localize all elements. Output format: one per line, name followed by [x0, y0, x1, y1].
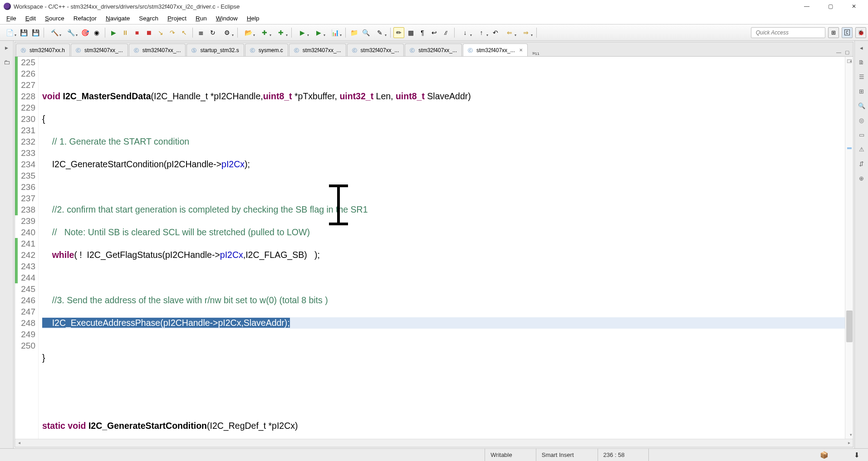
debug-pause-button[interactable]: ⏸ [120, 27, 131, 38]
quick-access-input[interactable]: Quick Access [751, 27, 825, 38]
code-line[interactable] [42, 181, 845, 193]
code-line-current[interactable]: I2C_ExecuteAddressPhase(pI2CHandle->pI2C… [42, 317, 845, 329]
tab-stm32f407xx-h[interactable]: ⓗstm32f407xx.h [16, 44, 70, 56]
project-explorer-icon[interactable]: 🗀 [3, 58, 11, 66]
menu-navigate[interactable]: Navigate [101, 13, 134, 24]
menu-edit[interactable]: Edit [21, 13, 40, 24]
toggle-block-button[interactable]: ▦ [405, 27, 416, 38]
step-into-button[interactable]: ↘ [155, 27, 166, 38]
menu-refactor[interactable]: Refactor [69, 13, 101, 24]
scroll-right-arrow[interactable]: ▸ [845, 440, 853, 446]
restore-view-icon[interactable]: ▸ [3, 44, 11, 52]
toggle-breadcrumb-button[interactable]: ⫽ [441, 27, 451, 38]
menu-file[interactable]: File [2, 13, 21, 24]
toggle-word-wrap-button[interactable]: ↩ [429, 27, 440, 38]
search-view-icon[interactable]: 🔍 [858, 102, 866, 110]
debug-disconnect-button[interactable]: ⏹ [143, 27, 154, 38]
restore-right-icon[interactable]: ◂ [858, 44, 866, 52]
restart-button[interactable]: ↻ [207, 27, 218, 38]
debug-stop-button[interactable]: ■ [132, 27, 142, 38]
step-return-button[interactable]: ↖ [179, 27, 190, 38]
tab-sysmem-c[interactable]: ⓒsysmem.c [245, 44, 288, 56]
include-browser-icon[interactable]: ⊕ [858, 174, 866, 182]
code-line[interactable] [42, 375, 845, 386]
code-line[interactable]: // 1. Generate the START condition [42, 136, 845, 147]
forward-button[interactable]: ⇒ [518, 27, 534, 38]
cpp-perspective-button[interactable]: 🄲 [842, 27, 853, 38]
build-target-button[interactable]: 🎯 [79, 27, 90, 38]
new-class-button[interactable]: ✚ [257, 27, 272, 38]
last-edit-button[interactable]: ↶ [490, 27, 501, 38]
status-build-icon[interactable]: 📦 [816, 451, 832, 459]
instruction-step-button[interactable]: ≣ [196, 27, 206, 38]
menu-window[interactable]: Window [211, 13, 242, 24]
scroll-up-arrow[interactable]: ▴ [850, 58, 852, 63]
new-package-button[interactable]: ✚ [273, 27, 289, 38]
profile-button[interactable]: 📊 [327, 27, 343, 38]
menu-search[interactable]: Search [134, 13, 163, 24]
show-whitespace-button[interactable]: ¶ [417, 27, 428, 38]
minimize-button[interactable]: — [796, 1, 817, 12]
tab-stm32f407xx-1[interactable]: ⓒstm32f407xx_... [71, 44, 128, 56]
tab-stm32f407xx-2[interactable]: ⓒstm32f407xx_... [129, 44, 186, 56]
menu-help[interactable]: Help [242, 13, 264, 24]
open-perspective-button[interactable]: ⊞ [828, 27, 839, 38]
step-over-button[interactable]: ↷ [167, 27, 178, 38]
scroll-left-arrow[interactable]: ◂ [15, 440, 23, 446]
annotation-button[interactable]: ✎ [372, 27, 387, 38]
code-line[interactable]: { [42, 113, 845, 125]
tab-startup-stm32[interactable]: Ⓢstartup_stm32.s [186, 44, 244, 56]
code-line[interactable]: //2. confirm that start generation is co… [42, 204, 845, 215]
overview-ruler[interactable]: ▴ ▾ [845, 57, 853, 439]
code-line[interactable]: // Note: Until SB is cleared SCL will be… [42, 227, 845, 238]
ruler-marker[interactable] [847, 147, 852, 149]
maximize-button[interactable]: ▢ [820, 1, 841, 12]
close-tab-icon[interactable]: ✕ [519, 48, 523, 53]
menu-source[interactable]: Source [40, 13, 69, 24]
call-hierarchy-icon[interactable]: ⇵ [858, 160, 866, 168]
debug-resume-button[interactable]: ▶ [108, 27, 119, 38]
tab-overflow-button[interactable]: »₁₁ [529, 50, 544, 56]
code-line[interactable]: static void I2C_GenerateStartCondition(I… [42, 420, 845, 432]
search-button[interactable]: 🔍 [360, 27, 371, 38]
back-button[interactable]: ⇐ [502, 27, 517, 38]
console-view-icon[interactable]: ▭ [858, 131, 866, 139]
maximize-editor-icon[interactable]: ▢ [844, 49, 850, 56]
code-editor[interactable]: 2252262272282292302312322332342352362372… [15, 57, 853, 439]
toggle-mark-button[interactable]: ◉ [91, 27, 102, 38]
scroll-down-arrow[interactable]: ▾ [850, 432, 852, 437]
save-all-button[interactable]: 💾 [30, 27, 41, 38]
code-line[interactable]: } [42, 352, 845, 364]
next-annotation-button[interactable]: ↓ [457, 27, 473, 38]
code-line[interactable]: void I2C_MasterSendData(I2C_Handle_t *pI… [42, 91, 845, 102]
prev-annotation-button[interactable]: ↑ [474, 27, 489, 38]
be-view-icon[interactable]: ⊞ [858, 87, 866, 95]
new-button[interactable]: 📄 [2, 27, 17, 38]
code-line[interactable] [42, 272, 845, 283]
status-updates-icon[interactable]: ⬇ [850, 451, 863, 459]
build-config-button[interactable]: 🔧 [63, 27, 78, 38]
minimize-editor-icon[interactable]: — [835, 49, 842, 56]
menu-run[interactable]: Run [191, 13, 211, 24]
save-button[interactable]: 💾 [18, 27, 29, 38]
open-type-button[interactable]: 📂 [240, 27, 256, 38]
menu-project[interactable]: Project [163, 13, 191, 24]
launch-mode-button[interactable]: ⚙ [219, 27, 235, 38]
target-view-icon[interactable]: ◎ [858, 116, 866, 124]
vertical-scroll-thumb[interactable] [846, 311, 853, 342]
code-line[interactable]: //3. Send the address of the slave with … [42, 295, 845, 306]
code-line[interactable] [42, 330, 845, 341]
tab-stm32f407xx-active[interactable]: ⓒstm32f407xx_...✕ [463, 44, 528, 56]
code-line[interactable]: I2C_GenerateStartCondition(pI2CHandle->p… [42, 159, 845, 170]
tab-stm32f407xx-4[interactable]: ⓒstm32f407xx_... [347, 44, 404, 56]
build-button[interactable]: 🔨 [47, 27, 62, 38]
outline-view-icon[interactable]: 🗎 [858, 58, 866, 66]
run-button[interactable]: ▶ [294, 27, 310, 38]
coverage-button[interactable]: ▶ [311, 27, 326, 38]
open-task-button[interactable]: 📁 [348, 27, 359, 38]
tab-stm32f407xx-3[interactable]: ⓒstm32f407xx_... [289, 44, 346, 56]
tab-stm32f407xx-5[interactable]: ⓒstm32f407xx_... [405, 44, 462, 56]
code-line[interactable] [42, 68, 845, 79]
toggle-highlight-button[interactable]: ✏ [393, 27, 404, 38]
close-button[interactable]: ✕ [843, 1, 864, 12]
